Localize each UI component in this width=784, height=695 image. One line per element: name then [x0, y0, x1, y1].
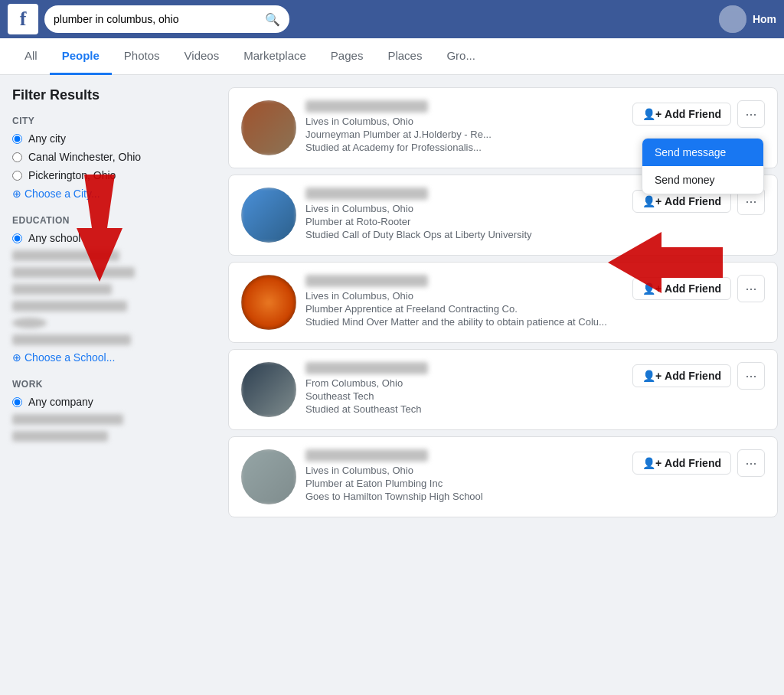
school-option-any[interactable]: Any school — [12, 232, 210, 244]
tab-videos[interactable]: Videos — [172, 38, 232, 75]
blurred-work-1 — [12, 414, 123, 425]
education-filter: EDUCATION Any school ⊕ Choose a School..… — [12, 215, 210, 364]
add-friend-label-5: Add Friend — [665, 457, 721, 469]
result-avatar-1[interactable] — [241, 100, 296, 155]
plus-icon: ⊕ — [12, 188, 21, 200]
result-detail-5a: Lives in Columbus, Ohio — [305, 465, 623, 476]
add-friend-button-5[interactable]: 👤+ Add Friend — [632, 452, 731, 475]
tab-places[interactable]: Places — [375, 38, 434, 75]
search-bar[interactable]: 🔍 — [44, 5, 289, 33]
result-card-5: Lives in Columbus, Ohio Plumber at Eaton… — [228, 436, 778, 517]
result-info-5: Lives in Columbus, Ohio Plumber at Eaton… — [305, 449, 623, 504]
result-avatar-5[interactable] — [241, 449, 296, 504]
result-avatar-4[interactable] — [241, 362, 296, 417]
result-actions-5: 👤+ Add Friend ··· — [632, 449, 765, 477]
dropdown-menu-1: Send message Send money — [642, 138, 764, 194]
add-friend-icon-4: 👤+ — [642, 370, 662, 382]
results-area: Lives in Columbus, Ohio Journeyman Plumb… — [222, 87, 784, 524]
result-info-3: Lives in Columbus, Ohio Plumber Apprenti… — [305, 275, 623, 329]
add-friend-icon-3: 👤+ — [642, 282, 662, 295]
tab-photos[interactable]: Photos — [112, 38, 172, 75]
more-button-4[interactable]: ··· — [737, 362, 765, 390]
send-message-item[interactable]: Send message — [642, 139, 763, 166]
result-detail-5b: Plumber at Eaton Plumbing Inc — [305, 478, 623, 489]
result-info-2: Lives in Columbus, Ohio Plumber at Roto-… — [305, 188, 623, 242]
result-name-blurred-1 — [305, 100, 428, 113]
result-avatar-3[interactable] — [241, 275, 296, 330]
main-layout: Filter Results CITY Any city Canal Winch… — [0, 75, 784, 536]
work-any-label: Any company — [28, 396, 93, 408]
blurred-school-5 — [12, 334, 131, 345]
result-detail-2a: Lives in Columbus, Ohio — [305, 203, 623, 214]
city-canal-label: Canal Winchester, Ohio — [28, 151, 141, 163]
user-avatar[interactable] — [719, 5, 746, 33]
result-detail-3c: Studied Mind Over Matter and the ability… — [305, 316, 623, 328]
plus-icon-school: ⊕ — [12, 351, 21, 364]
result-card-1: Lives in Columbus, Ohio Journeyman Plumb… — [228, 87, 778, 168]
city-section-title: CITY — [12, 116, 210, 126]
tab-marketplace[interactable]: Marketplace — [231, 38, 318, 75]
add-friend-button-1[interactable]: 👤+ Add Friend — [632, 103, 731, 126]
result-detail-4b: Southeast Tech — [305, 390, 623, 402]
city-option-canal[interactable]: Canal Winchester, Ohio — [12, 151, 210, 163]
send-money-item[interactable]: Send money — [642, 166, 763, 194]
result-detail-1c: Studied at Academy for Professionalis... — [305, 142, 623, 153]
blurred-school-4 — [12, 301, 127, 312]
blurred-school-2 — [12, 267, 135, 278]
add-friend-label-3: Add Friend — [665, 282, 721, 295]
tab-all[interactable]: All — [12, 38, 50, 75]
facebook-logo[interactable]: f — [8, 4, 38, 34]
add-friend-label-4: Add Friend — [665, 370, 721, 382]
result-detail-2c: Studied Call of Duty Black Ops at Libert… — [305, 229, 623, 240]
add-friend-icon-1: 👤+ — [642, 108, 662, 120]
add-friend-label-2: Add Friend — [665, 195, 721, 207]
choose-city-link[interactable]: ⊕ Choose a City... — [12, 188, 210, 200]
more-button-5[interactable]: ··· — [737, 449, 765, 477]
city-any-label: Any city — [28, 132, 66, 145]
choose-school-link[interactable]: ⊕ Choose a School... — [12, 351, 210, 364]
nav-tabs: All People Photos Videos Marketplace Pag… — [0, 38, 784, 75]
tab-groups[interactable]: Gro... — [434, 38, 488, 75]
city-pickerington-label: Pickerington, Ohio — [28, 169, 116, 181]
result-name-blurred-4 — [305, 362, 428, 374]
school-any-label: Any school — [28, 232, 80, 244]
result-actions-4: 👤+ Add Friend ··· — [632, 362, 765, 390]
add-friend-label-1: Add Friend — [665, 108, 721, 120]
blurred-avatar-school — [12, 318, 47, 328]
result-detail-3a: Lives in Columbus, Ohio — [305, 290, 623, 302]
city-filter: CITY Any city Canal Winchester, Ohio Pic… — [12, 116, 210, 200]
result-info-4: From Columbus, Ohio Southeast Tech Studi… — [305, 362, 623, 416]
choose-school-label: Choose a School... — [24, 351, 115, 364]
add-friend-button-3[interactable]: 👤+ Add Friend — [632, 277, 731, 300]
search-input[interactable] — [54, 13, 260, 25]
result-detail-1a: Lives in Columbus, Ohio — [305, 116, 623, 127]
tab-people[interactable]: People — [50, 38, 112, 75]
result-name-blurred-5 — [305, 449, 428, 462]
result-name-blurred-2 — [305, 188, 428, 200]
result-detail-4c: Studied at Southeast Tech — [305, 403, 623, 415]
blurred-school-1 — [12, 250, 119, 261]
work-option-any[interactable]: Any company — [12, 396, 210, 408]
sidebar: Filter Results CITY Any city Canal Winch… — [0, 87, 222, 524]
header-right: Hom — [719, 5, 776, 33]
add-friend-icon-5: 👤+ — [642, 457, 662, 469]
header: f 🔍 Hom — [0, 0, 784, 38]
more-button-1[interactable]: ··· Send message Send money — [737, 100, 765, 128]
tab-pages[interactable]: Pages — [318, 38, 376, 75]
result-actions-1: 👤+ Add Friend ··· Send message Send mone… — [632, 100, 765, 128]
result-avatar-2[interactable] — [241, 188, 296, 243]
city-option-pickerington[interactable]: Pickerington, Ohio — [12, 169, 210, 181]
result-detail-3b: Plumber Apprentice at Freeland Contracti… — [305, 303, 623, 315]
blurred-school-3 — [12, 284, 112, 295]
result-detail-5c: Goes to Hamilton Township High School — [305, 491, 623, 502]
city-option-any[interactable]: Any city — [12, 132, 210, 145]
result-detail-4a: From Columbus, Ohio — [305, 377, 623, 389]
result-card-4: From Columbus, Ohio Southeast Tech Studi… — [228, 349, 778, 430]
result-actions-3: 👤+ Add Friend ··· — [632, 275, 765, 302]
result-detail-1b: Journeyman Plumber at J.Holderby - Re... — [305, 129, 623, 140]
more-button-3[interactable]: ··· — [737, 275, 765, 302]
blurred-work-2 — [12, 431, 108, 442]
work-section-title: WORK — [12, 379, 210, 390]
header-username: Hom — [753, 13, 776, 25]
add-friend-button-4[interactable]: 👤+ Add Friend — [632, 364, 731, 387]
